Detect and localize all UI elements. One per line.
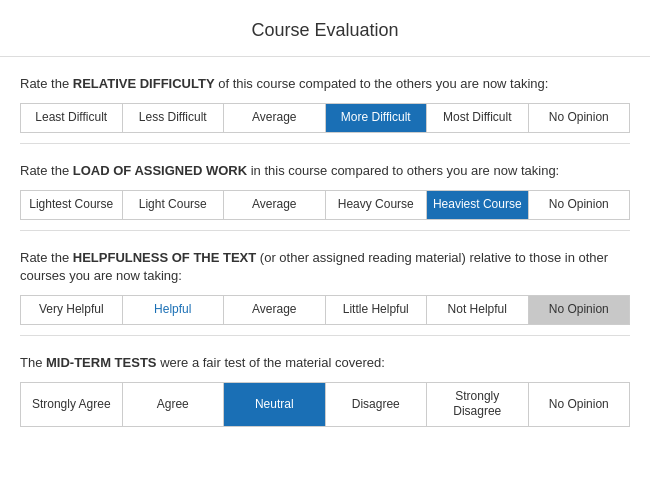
- section-load: Rate the LOAD OF ASSIGNED WORK in this c…: [0, 144, 650, 230]
- btn-midterm-3[interactable]: Disagree: [326, 383, 428, 426]
- page-title: Course Evaluation: [0, 0, 650, 57]
- btn-midterm-0[interactable]: Strongly Agree: [21, 383, 123, 426]
- section-midterm: The MID-TERM TESTS were a fair test of t…: [0, 336, 650, 437]
- section-difficulty: Rate the RELATIVE DIFFICULTY of this cou…: [0, 57, 650, 143]
- btn-midterm-2[interactable]: Neutral: [224, 383, 326, 426]
- btn-load-5[interactable]: No Opinion: [529, 191, 630, 219]
- btn-load-2[interactable]: Average: [224, 191, 326, 219]
- btn-group-helpfulness: Very HelpfulHelpfulAverageLittle Helpful…: [20, 295, 630, 325]
- btn-difficulty-5[interactable]: No Opinion: [529, 104, 630, 132]
- btn-load-3[interactable]: Heavy Course: [326, 191, 428, 219]
- btn-helpfulness-4[interactable]: Not Helpful: [427, 296, 529, 324]
- btn-midterm-1[interactable]: Agree: [123, 383, 225, 426]
- question-helpfulness: Rate the HELPFULNESS OF THE TEXT (or oth…: [20, 249, 630, 285]
- btn-midterm-4[interactable]: Strongly Disagree: [427, 383, 529, 426]
- btn-midterm-5[interactable]: No Opinion: [529, 383, 630, 426]
- btn-difficulty-1[interactable]: Less Difficult: [123, 104, 225, 132]
- btn-difficulty-3[interactable]: More Difficult: [326, 104, 428, 132]
- btn-load-1[interactable]: Light Course: [123, 191, 225, 219]
- btn-difficulty-0[interactable]: Least Difficult: [21, 104, 123, 132]
- question-midterm: The MID-TERM TESTS were a fair test of t…: [20, 354, 630, 372]
- btn-group-difficulty: Least DifficultLess DifficultAverageMore…: [20, 103, 630, 133]
- btn-load-0[interactable]: Lightest Course: [21, 191, 123, 219]
- btn-helpfulness-5[interactable]: No Opinion: [529, 296, 630, 324]
- btn-helpfulness-3[interactable]: Little Helpful: [326, 296, 428, 324]
- section-helpfulness: Rate the HELPFULNESS OF THE TEXT (or oth…: [0, 231, 650, 335]
- btn-group-load: Lightest CourseLight CourseAverageHeavy …: [20, 190, 630, 220]
- btn-group-midterm: Strongly AgreeAgreeNeutralDisagreeStrong…: [20, 382, 630, 427]
- btn-difficulty-2[interactable]: Average: [224, 104, 326, 132]
- btn-helpfulness-2[interactable]: Average: [224, 296, 326, 324]
- btn-helpfulness-0[interactable]: Very Helpful: [21, 296, 123, 324]
- btn-difficulty-4[interactable]: Most Difficult: [427, 104, 529, 132]
- question-load: Rate the LOAD OF ASSIGNED WORK in this c…: [20, 162, 630, 180]
- question-difficulty: Rate the RELATIVE DIFFICULTY of this cou…: [20, 75, 630, 93]
- btn-helpfulness-1[interactable]: Helpful: [123, 296, 225, 324]
- btn-load-4[interactable]: Heaviest Course: [427, 191, 529, 219]
